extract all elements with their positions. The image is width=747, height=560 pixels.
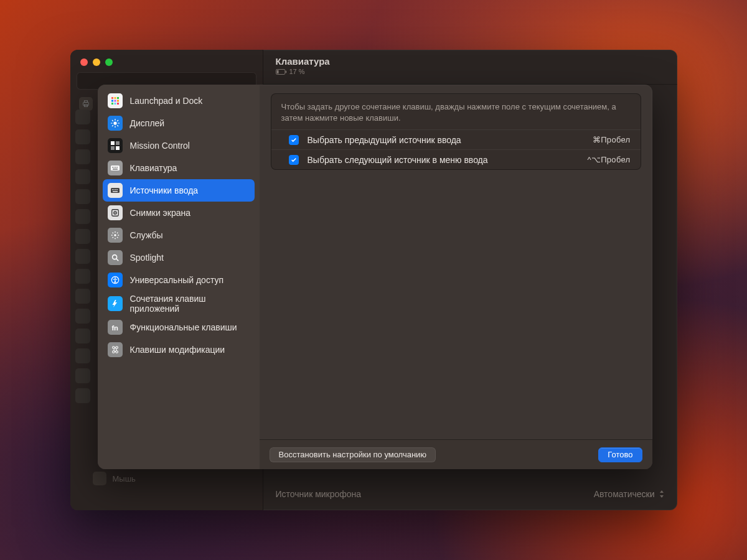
category-label: Сочетания клавиш приложений <box>130 294 250 314</box>
hint-text: Чтобы задать другое сочетание клавиш, дв… <box>271 94 641 129</box>
svg-rect-9 <box>114 97 116 99</box>
mod-icon <box>108 342 123 357</box>
shortcut-keys[interactable]: ^⌥Пробел <box>588 155 631 164</box>
zoom-button[interactable] <box>105 58 113 66</box>
svg-rect-37 <box>112 189 113 190</box>
close-button[interactable] <box>80 58 88 66</box>
mission-icon <box>108 138 123 153</box>
svg-line-22 <box>112 120 113 121</box>
category-label: Клавиши модификации <box>130 345 225 355</box>
category-accessibility[interactable]: Универсальный доступ <box>103 269 255 291</box>
category-services[interactable]: Службы <box>103 224 255 246</box>
svg-rect-14 <box>111 103 113 105</box>
appshort-icon <box>108 296 123 311</box>
category-label: Источники ввода <box>130 185 199 195</box>
mic-label: Источник микрофона <box>276 489 362 499</box>
svg-rect-28 <box>111 146 115 150</box>
category-label: Снимки экрана <box>130 208 190 218</box>
svg-rect-41 <box>113 191 118 192</box>
sidebar-peek-icons <box>75 110 93 403</box>
svg-rect-31 <box>112 167 113 168</box>
category-display[interactable]: Дисплей <box>103 112 255 134</box>
svg-rect-40 <box>116 189 118 190</box>
svg-rect-36 <box>111 188 120 193</box>
done-button[interactable]: Готово <box>598 447 642 462</box>
shortcut-row[interactable]: Выбрать предыдущий источник ввода⌘Пробел <box>271 129 641 149</box>
svg-rect-34 <box>116 167 118 168</box>
display-icon <box>108 116 123 131</box>
svg-rect-11 <box>111 100 113 102</box>
input-icon <box>108 183 123 198</box>
checkbox[interactable] <box>289 135 299 145</box>
shortcut-row[interactable]: Выбрать следующий источник в меню ввода^… <box>271 149 641 169</box>
category-label: Службы <box>130 230 163 240</box>
sheet-main: Чтобы задать другое сочетание клавиш, дв… <box>260 85 652 439</box>
checkbox[interactable] <box>289 155 299 165</box>
keyboard-shortcuts-sheet: Launchpad и DockДисплейMission ControlКл… <box>98 85 652 469</box>
svg-rect-7 <box>276 70 278 73</box>
category-mod[interactable]: Клавиши модификации <box>103 338 255 361</box>
restore-defaults-button[interactable]: Восстановить настройки по умолчанию <box>270 447 436 462</box>
svg-rect-27 <box>116 141 120 145</box>
svg-rect-30 <box>111 166 120 170</box>
category-screenshot[interactable]: Снимки экрана <box>103 202 255 224</box>
mic-value: Автоматически <box>594 489 655 499</box>
screenshot-icon <box>108 205 123 220</box>
sidebar-item-label: Мышь <box>113 474 136 483</box>
svg-point-45 <box>114 234 116 236</box>
sheet-footer: Восстановить настройки по умолчанию Гото… <box>260 439 652 469</box>
accessibility-icon <box>108 273 123 287</box>
sheet-right: Чтобы задать другое сочетание клавиш, дв… <box>260 85 652 469</box>
category-list: Launchpad и DockДисплейMission ControlКл… <box>98 85 260 469</box>
stepper-icon <box>659 490 665 498</box>
launchpad-icon <box>108 93 123 108</box>
category-launchpad[interactable]: Launchpad и Dock <box>103 90 255 112</box>
category-label: Дисплей <box>130 118 165 128</box>
shortcuts-panel: Чтобы задать другое сочетание клавиш, дв… <box>271 93 641 170</box>
svg-rect-33 <box>115 167 116 168</box>
svg-rect-13 <box>117 100 119 102</box>
svg-rect-39 <box>115 189 116 190</box>
svg-text:fn: fn <box>111 324 118 332</box>
minimize-button[interactable] <box>93 58 100 66</box>
content-header: Клавиатура 17 % <box>263 50 677 85</box>
category-label: Универсальный доступ <box>130 275 224 285</box>
sidebar-item-mouse[interactable]: Мышь <box>93 472 136 485</box>
fn-icon: fn <box>108 320 123 335</box>
category-input[interactable]: Источники ввода <box>103 179 255 202</box>
shortcut-label: Выбрать предыдущий источник ввода <box>308 135 593 145</box>
svg-point-49 <box>114 278 115 279</box>
svg-point-44 <box>115 212 115 213</box>
svg-point-46 <box>112 255 116 259</box>
svg-rect-8 <box>111 97 113 99</box>
battery-icon <box>276 69 287 75</box>
battery-status: 17 % <box>276 68 665 75</box>
mouse-icon <box>93 472 106 485</box>
microphone-source-row[interactable]: Источник микрофона Автоматически <box>276 489 665 499</box>
category-label: Клавиатура <box>130 163 177 173</box>
svg-rect-35 <box>113 169 118 170</box>
category-label: Spotlight <box>130 253 164 263</box>
svg-rect-29 <box>116 146 120 150</box>
printer-icon <box>79 97 93 111</box>
services-icon <box>108 228 123 243</box>
svg-line-23 <box>117 125 118 126</box>
shortcut-keys[interactable]: ⌘Пробел <box>593 135 631 144</box>
keyboard-icon <box>108 161 123 175</box>
category-mission[interactable]: Mission Control <box>103 134 255 157</box>
category-fn[interactable]: fnФункциональные клавиши <box>103 316 255 338</box>
category-label: Функциональные клавиши <box>130 322 237 332</box>
category-keyboard[interactable]: Клавиатура <box>103 157 255 179</box>
svg-line-25 <box>117 120 118 121</box>
category-label: Launchpad и Dock <box>130 96 203 106</box>
svg-rect-6 <box>285 70 286 73</box>
svg-rect-12 <box>114 100 116 102</box>
shortcut-label: Выбрать следующий источник в меню ввода <box>308 155 588 165</box>
svg-rect-3 <box>84 101 87 103</box>
svg-rect-32 <box>113 167 115 168</box>
svg-rect-26 <box>111 141 115 145</box>
settings-window: Мышь Принтеры и сканеры Клавиатура 17 % … <box>70 50 677 510</box>
category-appshort[interactable]: Сочетания клавиш приложений <box>103 291 255 316</box>
category-spotlight[interactable]: Spotlight <box>103 246 255 269</box>
svg-point-17 <box>113 121 116 124</box>
